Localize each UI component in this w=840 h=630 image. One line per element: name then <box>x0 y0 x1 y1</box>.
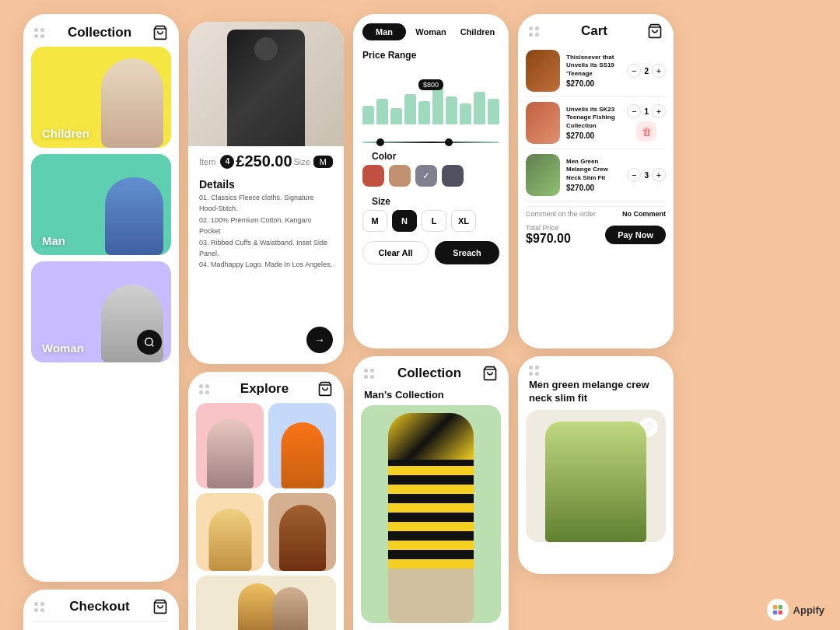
explore-item-3[interactable] <box>196 493 264 571</box>
pay-now-button[interactable]: Pay Now <box>605 226 666 244</box>
price-chart-area: $800 <box>353 78 509 140</box>
detail-item: 01. Classics Fleece cloths. Signature Ho… <box>199 192 333 215</box>
cart-footer: Comment on the order No Comment Total Pr… <box>518 201 674 249</box>
size-m[interactable]: M <box>362 210 387 232</box>
menu-dots-icon-prod2[interactable] <box>529 366 541 376</box>
bar-7 <box>446 96 457 124</box>
cart-item-img-3 <box>526 154 560 196</box>
size-xl[interactable]: XL <box>451 210 476 232</box>
collection-item-children[interactable]: Children <box>31 47 171 148</box>
bar-4 <box>404 94 416 124</box>
qty-minus-1[interactable]: − <box>627 64 641 78</box>
total-section: Total Price $970.00 <box>526 224 571 246</box>
explore-grid <box>188 403 344 630</box>
next-button[interactable]: → <box>306 327 333 353</box>
total-amount: $970.00 <box>526 232 571 246</box>
cart-item-img-2 <box>526 102 560 144</box>
collection-item-man[interactable]: Man <box>31 154 171 255</box>
tab-woman[interactable]: Woman <box>409 23 453 40</box>
divider <box>34 621 168 622</box>
range-dot-left[interactable] <box>376 138 384 146</box>
screen-checkout: Checkout My Cards Debit Card amazon 3827… <box>23 590 179 630</box>
tab-man[interactable]: Man <box>362 23 406 40</box>
explore-figure-3 <box>208 509 251 571</box>
size-label: Size <box>293 157 310 166</box>
cart-item-1: Thisisnever that Unveils its SS19 'Teena… <box>526 45 666 97</box>
swatch-2[interactable] <box>389 165 411 187</box>
delete-btn-2[interactable]: 🗑 <box>636 121 656 142</box>
clear-all-button[interactable]: Clear All <box>362 241 429 264</box>
item-row: Item 4 £250.00 Size M <box>188 146 344 173</box>
filter-actions: Clear All Sreach <box>353 235 509 271</box>
size-n[interactable]: N <box>392 210 417 232</box>
swatch-3[interactable] <box>415 165 437 187</box>
color-section: Color <box>353 143 509 188</box>
explore-item-2[interactable] <box>268 403 336 488</box>
bar-8 <box>460 103 471 124</box>
tab-children[interactable]: Children <box>456 23 499 40</box>
menu-dots-icon-collection2[interactable] <box>364 369 376 379</box>
cart-item-img-1 <box>526 50 560 92</box>
screen6-header: Cart <box>518 14 674 45</box>
explore-item-4[interactable] <box>268 493 336 571</box>
explore-item-1[interactable] <box>196 403 264 488</box>
swatch-4[interactable] <box>442 165 464 187</box>
cart-qty-1: − 2 + <box>627 64 666 78</box>
search-button-filter[interactable]: Sreach <box>435 241 499 264</box>
comment-value: No Comment <box>622 210 666 218</box>
cart-item-info-3: Men Green Melange Crew Neck Slim Fit $27… <box>566 158 621 192</box>
screen-product-detail: Item 4 £250.00 Size M Details 01. Classi… <box>188 22 344 364</box>
range-dot-right[interactable] <box>445 138 453 146</box>
details-title: Details <box>188 173 344 192</box>
cart-icon-cart[interactable] <box>647 23 663 39</box>
cart-icon-checkout[interactable] <box>152 599 168 614</box>
screen8-header <box>518 356 674 379</box>
range-slider[interactable] <box>362 142 499 143</box>
man-label: Man <box>42 234 65 247</box>
cart-items: Thisisnever that Unveils its SS19 'Teena… <box>518 45 674 201</box>
product-image-area <box>188 22 344 146</box>
detail-item: 04. Madhappy Logo. Made In Los Angeles. <box>199 259 333 270</box>
explore-item-5[interactable] <box>196 576 336 630</box>
product-price: £250.00 <box>236 152 292 170</box>
detail-item: 03. Ribbed Cuffs & Waistband. Inset Side… <box>199 237 333 260</box>
size-l[interactable]: L <box>422 210 446 232</box>
details-list: 01. Classics Fleece cloths. Signature Ho… <box>188 192 344 271</box>
screen7-header: Checkout <box>23 590 179 618</box>
bar-10 <box>488 99 499 124</box>
cart-qty-3: − 3 + <box>627 168 666 182</box>
collection-item-woman[interactable]: Woman <box>31 261 171 362</box>
bar-5 <box>418 101 430 124</box>
qty-plus-1[interactable]: + <box>652 64 666 78</box>
menu-dots-icon-cart[interactable] <box>529 26 541 37</box>
menu-dots-icon-explore[interactable] <box>199 384 212 394</box>
cart-icon[interactable] <box>152 25 168 40</box>
qty-minus-3[interactable]: − <box>627 168 641 182</box>
man-figure <box>105 177 163 255</box>
qty-plus-2[interactable]: + <box>652 104 666 118</box>
size-section-title: Size <box>362 193 499 210</box>
qty-plus-3[interactable]: + <box>652 168 666 182</box>
menu-dots-icon[interactable] <box>34 28 47 38</box>
qty-num-1: 2 <box>644 67 649 75</box>
cart-icon-explore[interactable] <box>317 381 333 397</box>
cart-item-price-3: $270.00 <box>566 184 621 192</box>
cart-item-2: Unveils its SK23 Teenage Fishing Collect… <box>526 97 666 149</box>
qty-minus-2[interactable]: − <box>627 104 641 118</box>
explore-figure-4 <box>279 505 326 571</box>
detail-item: 02. 100% Premium Cotton. Kangaro Pocket <box>199 215 333 237</box>
swatch-1[interactable] <box>362 165 384 187</box>
cart-item-info-2: Unveils its SK23 Teenage Fishing Collect… <box>566 106 621 140</box>
appify-logo-icon <box>767 599 789 621</box>
checkout-title: Checkout <box>69 599 129 614</box>
screen-filter: Man Woman Children Price Range $800 <box>353 14 509 348</box>
appify-logo-text: Appify <box>793 604 824 616</box>
cart-qty-2: − 1 + <box>627 104 666 118</box>
search-button[interactable] <box>137 330 162 355</box>
cart-icon-collection2[interactable] <box>482 366 498 381</box>
screen4-header: Explore <box>188 372 344 403</box>
screen-product-detail2: Men green melange crew neck slim fit ♡ <box>518 356 674 574</box>
cart-item-info-1: Thisisnever that Unveils its SS19 'Teena… <box>566 54 621 88</box>
explore-figure-1 <box>207 418 254 488</box>
menu-dots-icon-checkout[interactable] <box>34 602 47 612</box>
